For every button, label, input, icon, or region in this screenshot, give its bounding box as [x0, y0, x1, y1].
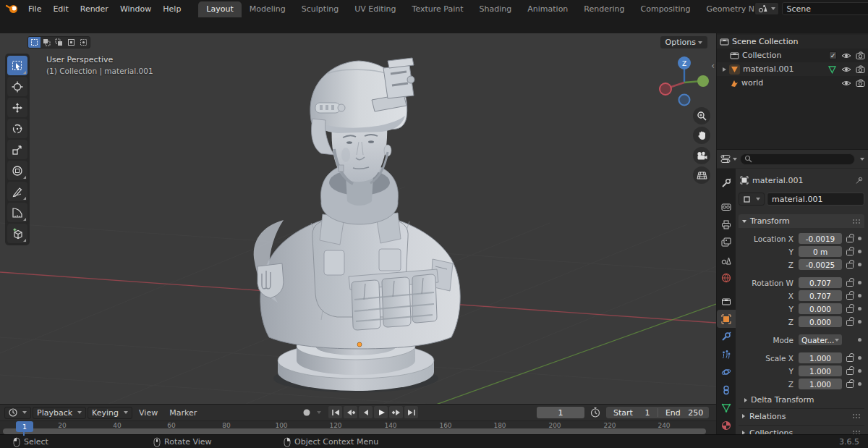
tab-collection[interactable]	[717, 292, 736, 310]
tool-rotate[interactable]	[7, 119, 27, 138]
end-frame-field[interactable]: 250	[685, 408, 707, 418]
tab-world[interactable]	[717, 269, 736, 287]
tool-add-cube[interactable]	[7, 224, 27, 243]
timeline-scrollbar[interactable]	[3, 428, 706, 434]
pin-icon[interactable]	[855, 177, 863, 185]
animate-dot[interactable]	[858, 338, 861, 342]
outliner-row-material-001[interactable]: material.001	[717, 62, 868, 76]
rotation-z-field[interactable]: 0.000	[799, 316, 842, 327]
keying-set-caret[interactable]	[317, 411, 321, 414]
tab-rendering[interactable]: Rendering	[576, 1, 632, 17]
menu-window[interactable]: Window	[114, 4, 157, 14]
tab-constraints[interactable]	[717, 381, 736, 399]
transform-panel-header[interactable]: Transform	[739, 214, 864, 228]
animate-dot[interactable]	[858, 237, 861, 240]
lock-icon[interactable]	[846, 248, 854, 256]
tab-object[interactable]	[717, 310, 736, 328]
panel-grip[interactable]	[852, 413, 861, 419]
select-mode-new[interactable]	[28, 37, 41, 48]
tab-view-layer[interactable]	[717, 233, 736, 251]
animate-dot[interactable]	[858, 281, 861, 284]
tab-animation[interactable]: Animation	[519, 1, 576, 17]
panel-grip[interactable]	[852, 219, 861, 224]
tab-sculpting[interactable]: Sculpting	[294, 1, 346, 17]
expand-arrow-icon[interactable]	[723, 67, 726, 72]
lock-icon[interactable]	[846, 279, 854, 287]
lock-icon[interactable]	[846, 261, 854, 269]
lock-icon[interactable]	[846, 292, 854, 300]
navigation-gizmo[interactable]: Z	[657, 54, 712, 109]
properties-editor-type-button[interactable]	[720, 154, 737, 164]
location-y-field[interactable]: 0 m	[799, 246, 842, 257]
rotation-mode-dropdown[interactable]: Quater...	[799, 334, 842, 345]
tab-shading[interactable]: Shading	[472, 1, 520, 17]
select-mode-intersect[interactable]	[77, 37, 90, 48]
outliner-row-collection[interactable]: Collection ✓	[717, 48, 868, 62]
tool-move[interactable]	[7, 98, 27, 117]
properties-options-caret[interactable]	[860, 158, 864, 161]
tab-scene[interactable]	[717, 251, 736, 269]
keying-dropdown[interactable]: Keying	[88, 407, 132, 419]
hide-eye-icon[interactable]	[841, 66, 851, 73]
rotation-x-field[interactable]: 0.707	[799, 290, 842, 301]
tab-object-data[interactable]	[717, 399, 736, 417]
hide-eye-icon[interactable]	[841, 80, 851, 87]
outliner-row-scene-collection[interactable]: Scene Collection	[717, 35, 868, 48]
menu-timeline-view[interactable]: View	[134, 408, 163, 418]
hide-eye-icon[interactable]	[841, 52, 851, 59]
previous-keyframe-button[interactable]	[344, 406, 357, 418]
pan-view-button[interactable]	[693, 127, 710, 144]
tool-select-box[interactable]	[7, 56, 27, 75]
current-frame-badge[interactable]: 1	[16, 421, 33, 432]
rotation-y-field[interactable]: 0.000	[799, 303, 842, 314]
scale-x-field[interactable]: 1.000	[799, 352, 842, 363]
lock-icon[interactable]	[846, 305, 854, 313]
select-mode-invert[interactable]	[65, 37, 77, 48]
tab-compositing[interactable]: Compositing	[633, 1, 699, 17]
play-button[interactable]	[374, 406, 388, 418]
tab-particles[interactable]	[717, 345, 736, 363]
disable-render-camera-icon[interactable]	[856, 65, 865, 73]
select-mode-extend[interactable]	[41, 37, 53, 48]
rotation-w-field[interactable]: 0.707	[799, 277, 842, 288]
location-z-field[interactable]: -0.0025	[799, 259, 842, 270]
blender-logo-icon[interactable]	[6, 4, 18, 14]
object-name-input[interactable]: material.001	[767, 193, 864, 206]
animate-dot[interactable]	[858, 250, 861, 253]
tool-transform[interactable]	[7, 161, 27, 180]
tab-texture-paint[interactable]: Texture Paint	[404, 1, 472, 17]
scene-browse-button[interactable]	[754, 2, 779, 15]
disable-render-camera-icon[interactable]	[856, 51, 865, 59]
timeline-ruler[interactable]: 1 20 40 60 80 100 120 140 160 180 200 22…	[0, 420, 716, 435]
scale-z-field[interactable]: 1.000	[799, 379, 842, 389]
scale-y-field[interactable]: 1.000	[799, 365, 842, 376]
relations-panel[interactable]: Relations	[739, 408, 864, 423]
viewport-3d[interactable]: User Perspective (1) Collection | materi…	[0, 33, 716, 404]
tab-render[interactable]	[717, 198, 736, 216]
next-keyframe-button[interactable]	[389, 406, 403, 418]
camera-view-button[interactable]	[693, 147, 710, 164]
tool-scale[interactable]	[7, 140, 27, 159]
tool-measure[interactable]	[7, 203, 27, 222]
jump-to-end-button[interactable]	[404, 406, 418, 418]
tab-material[interactable]	[717, 416, 736, 434]
animate-dot[interactable]	[858, 307, 861, 310]
menu-render[interactable]: Render	[75, 4, 114, 14]
location-x-field[interactable]: -0.0019	[799, 233, 842, 244]
animate-dot[interactable]	[858, 382, 861, 386]
lock-icon[interactable]	[846, 367, 854, 376]
tab-physics[interactable]	[717, 363, 736, 381]
outliner-row-world[interactable]: world	[717, 76, 868, 90]
collections-panel[interactable]: Collections	[739, 425, 864, 434]
options-button[interactable]: Options	[660, 36, 707, 48]
lock-icon[interactable]	[846, 380, 854, 389]
timeline-editor-type-button[interactable]	[4, 407, 31, 419]
delta-transform-subpanel[interactable]: Delta Transform	[739, 393, 864, 407]
animate-dot[interactable]	[858, 320, 861, 324]
jump-to-start-button[interactable]	[328, 406, 342, 418]
animate-dot[interactable]	[858, 294, 861, 297]
menu-timeline-marker[interactable]: Marker	[164, 408, 202, 418]
tab-output[interactable]	[717, 216, 736, 234]
animate-dot[interactable]	[858, 369, 861, 373]
tab-modeling[interactable]: Modeling	[242, 1, 294, 17]
